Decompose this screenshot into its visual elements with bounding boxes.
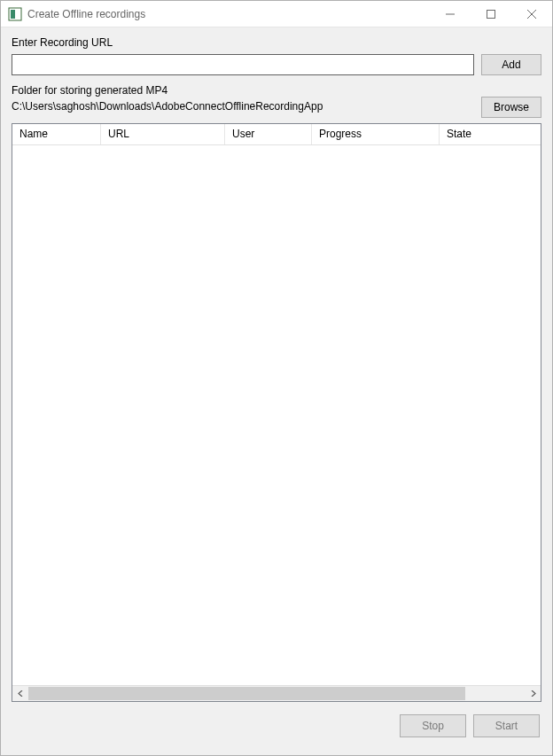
table-body[interactable] bbox=[12, 145, 541, 685]
table-header: Name URL User Progress State bbox=[12, 124, 541, 145]
column-header-state[interactable]: State bbox=[440, 124, 541, 144]
add-button[interactable]: Add bbox=[481, 54, 541, 75]
footer: Stop Start bbox=[12, 702, 541, 744]
svg-rect-1 bbox=[11, 10, 15, 19]
scroll-thumb[interactable] bbox=[28, 687, 465, 700]
app-icon bbox=[8, 7, 22, 21]
horizontal-scrollbar[interactable] bbox=[12, 685, 541, 701]
recordings-table: Name URL User Progress State bbox=[12, 123, 541, 702]
url-label: Enter Recording URL bbox=[12, 36, 541, 49]
scroll-track[interactable] bbox=[28, 686, 525, 701]
maximize-button[interactable] bbox=[471, 1, 511, 27]
window-title: Create Offline recordings bbox=[27, 8, 145, 20]
titlebar[interactable]: Create Offline recordings bbox=[1, 1, 552, 27]
folder-section: Folder for storing generated MP4 C:\User… bbox=[12, 84, 541, 118]
close-button[interactable] bbox=[511, 1, 552, 27]
recording-url-input[interactable] bbox=[12, 54, 474, 75]
content-area: Enter Recording URL Add Folder for stori… bbox=[1, 27, 552, 755]
scroll-left-button[interactable] bbox=[12, 686, 28, 701]
column-header-url[interactable]: URL bbox=[101, 124, 225, 144]
url-row: Add bbox=[12, 54, 541, 75]
minimize-button[interactable] bbox=[430, 1, 471, 27]
svg-rect-3 bbox=[487, 11, 495, 19]
window-controls bbox=[430, 1, 552, 27]
column-header-progress[interactable]: Progress bbox=[312, 124, 440, 144]
window-frame: Create Offline recordings Enter Recordin… bbox=[0, 0, 553, 756]
folder-label: Folder for storing generated MP4 bbox=[12, 84, 474, 97]
column-header-name[interactable]: Name bbox=[12, 124, 101, 144]
stop-button[interactable]: Stop bbox=[400, 714, 466, 737]
start-button[interactable]: Start bbox=[473, 714, 540, 737]
column-header-user[interactable]: User bbox=[225, 124, 312, 144]
folder-path: C:\Users\saghosh\Downloads\AdobeConnectO… bbox=[12, 100, 474, 113]
browse-wrap: Browse bbox=[481, 84, 541, 118]
scroll-right-button[interactable] bbox=[525, 686, 541, 701]
folder-info: Folder for storing generated MP4 C:\User… bbox=[12, 84, 474, 113]
browse-button[interactable]: Browse bbox=[481, 97, 541, 118]
